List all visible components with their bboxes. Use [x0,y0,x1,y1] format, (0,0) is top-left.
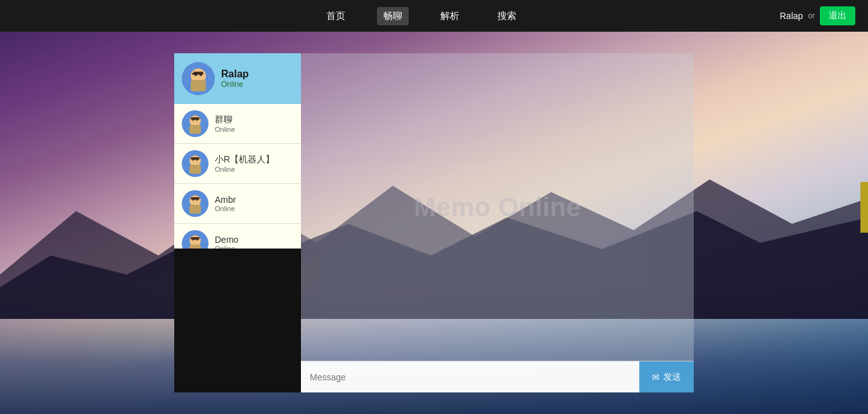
nav-search[interactable]: 搜索 [491,7,523,25]
nav-links: 首页 畅聊 解析 搜索 [63,7,780,25]
contact-info-2: Ambr Online [215,195,236,212]
nav-or: or [808,11,815,20]
sidebar-bottom [174,249,301,393]
contact-item[interactable]: 小R【机器人】 Online [174,144,301,184]
main-content: Ralap Online [0,32,868,414]
contact-name-3: Demo [215,235,238,245]
svg-rect-29 [189,245,201,249]
chat-panel: Memo Online ✉ 发送 [301,53,694,392]
nav-home[interactable]: 首页 [320,7,352,25]
message-input[interactable] [301,361,639,392]
svg-rect-8 [192,73,197,75]
right-edge-indicator [860,182,868,233]
chat-window: Ralap Online [174,53,694,392]
sidebar: Ralap Online [174,53,301,392]
contact-name-0: 群聊 [215,114,235,126]
svg-rect-17 [189,165,201,174]
contact-avatar-2 [182,190,208,217]
svg-rect-26 [191,197,200,200]
contact-avatar-3 [182,230,208,249]
contact-status-0: Online [215,126,235,133]
svg-rect-20 [191,157,200,160]
nav-username: Ralap [780,11,803,21]
send-label: 发送 [663,372,681,383]
current-user-avatar [182,62,215,95]
chat-input-area: ✉ 发送 [301,361,694,392]
contact-name-2: Ambr [215,195,236,205]
svg-rect-4 [191,80,206,91]
contact-info-3: Demo Online [215,235,238,249]
navbar: 首页 畅聊 解析 搜索 Ralap or 退出 [0,0,868,32]
nav-analyze[interactable]: 解析 [434,7,466,25]
svg-rect-32 [191,237,200,240]
logout-button[interactable]: 退出 [820,6,855,25]
contact-item[interactable]: Demo Online [174,224,301,249]
svg-rect-23 [189,205,201,214]
sidebar-header[interactable]: Ralap Online [174,53,301,104]
contact-item[interactable]: 群聊 Online [174,104,301,144]
nav-right: Ralap or 退出 [780,6,855,25]
contact-avatar-1 [182,150,208,177]
nav-chat[interactable]: 畅聊 [377,7,409,25]
current-user-status: Online [221,80,249,89]
contact-status-2: Online [215,205,236,212]
memo-online-text: Memo Online [414,192,581,223]
contact-info-1: 小R【机器人】 Online [215,154,274,173]
chat-messages: Memo Online [301,53,694,361]
contact-list: 群聊 Online [174,104,301,249]
current-user-name: Ralap [221,68,249,80]
contact-name-1: 小R【机器人】 [215,154,274,165]
contact-item[interactable]: Ambr Online [174,184,301,224]
svg-rect-11 [189,125,201,134]
contact-avatar-0 [182,110,208,137]
svg-rect-14 [191,117,200,120]
send-icon: ✉ [652,372,660,382]
current-user-info: Ralap Online [221,68,249,89]
contact-status-1: Online [215,165,274,173]
contact-info-0: 群聊 Online [215,114,235,133]
send-button[interactable]: ✉ 发送 [639,361,694,392]
